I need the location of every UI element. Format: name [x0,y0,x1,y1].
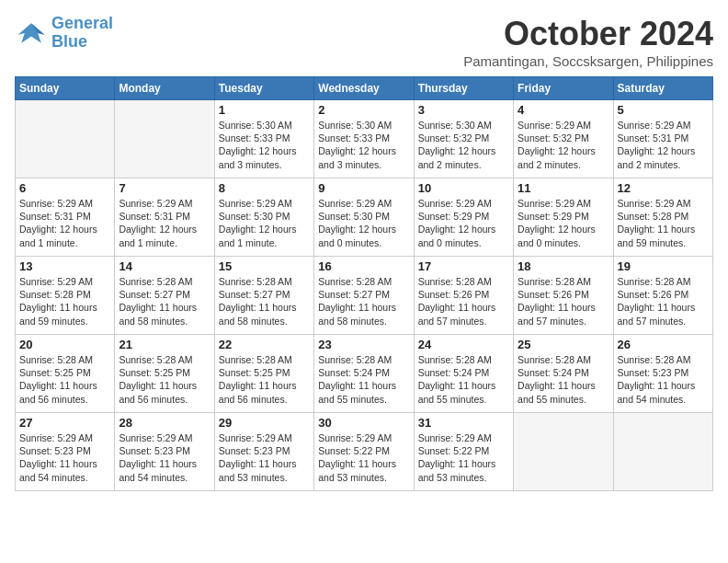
cell-info: Sunrise: 5:29 AM Sunset: 5:29 PM Dayligh… [418,197,509,249]
day-number: 8 [219,181,310,195]
day-number: 13 [19,259,110,273]
week-row-5: 27Sunrise: 5:29 AM Sunset: 5:23 PM Dayli… [16,413,713,491]
cell-info: Sunrise: 5:30 AM Sunset: 5:33 PM Dayligh… [318,119,409,171]
day-number: 30 [318,416,409,430]
calendar-cell: 13Sunrise: 5:29 AM Sunset: 5:28 PM Dayli… [16,257,115,335]
calendar-cell: 3Sunrise: 5:30 AM Sunset: 5:32 PM Daylig… [414,100,513,178]
day-number: 5 [618,103,709,117]
calendar-cell: 19Sunrise: 5:28 AM Sunset: 5:26 PM Dayli… [613,257,712,335]
logo-text: General Blue [51,15,113,52]
calendar-cell: 16Sunrise: 5:28 AM Sunset: 5:27 PM Dayli… [314,257,414,335]
day-number: 10 [418,181,509,195]
cell-info: Sunrise: 5:29 AM Sunset: 5:28 PM Dayligh… [19,275,110,327]
calendar-cell: 12Sunrise: 5:29 AM Sunset: 5:28 PM Dayli… [613,178,712,257]
calendar-cell: 27Sunrise: 5:29 AM Sunset: 5:23 PM Dayli… [16,413,115,491]
month-title: October 2024 [463,15,713,53]
day-number: 20 [19,338,110,351]
calendar-cell: 15Sunrise: 5:28 AM Sunset: 5:27 PM Dayli… [214,257,313,335]
calendar-cell: 30Sunrise: 5:29 AM Sunset: 5:22 PM Dayli… [314,413,414,491]
day-number: 19 [618,259,709,273]
calendar-cell: 22Sunrise: 5:28 AM Sunset: 5:25 PM Dayli… [214,335,313,413]
calendar-cell: 10Sunrise: 5:29 AM Sunset: 5:29 PM Dayli… [414,178,513,257]
calendar-cell: 28Sunrise: 5:29 AM Sunset: 5:23 PM Dayli… [115,413,214,491]
calendar-cell: 8Sunrise: 5:29 AM Sunset: 5:30 PM Daylig… [214,178,313,257]
day-number: 22 [219,338,310,351]
weekday-header-thursday: Thursday [414,77,513,100]
day-number: 9 [318,181,409,195]
day-number: 6 [19,181,110,195]
week-row-4: 20Sunrise: 5:28 AM Sunset: 5:25 PM Dayli… [16,335,713,413]
day-number: 14 [119,259,210,273]
calendar-cell: 11Sunrise: 5:29 AM Sunset: 5:29 PM Dayli… [514,178,613,257]
cell-info: Sunrise: 5:29 AM Sunset: 5:29 PM Dayligh… [518,197,609,249]
location-title: Pamantingan, Soccsksargen, Philippines [463,53,713,69]
day-number: 2 [318,103,409,117]
day-number: 16 [318,259,409,273]
calendar-cell [115,100,214,178]
weekday-header-wednesday: Wednesday [314,77,414,100]
calendar-cell: 23Sunrise: 5:28 AM Sunset: 5:24 PM Dayli… [314,335,414,413]
cell-info: Sunrise: 5:28 AM Sunset: 5:27 PM Dayligh… [318,275,409,327]
cell-info: Sunrise: 5:29 AM Sunset: 5:32 PM Dayligh… [518,119,609,171]
logo-blue: Blue [51,32,87,51]
cell-info: Sunrise: 5:29 AM Sunset: 5:23 PM Dayligh… [19,431,110,484]
week-row-3: 13Sunrise: 5:29 AM Sunset: 5:28 PM Dayli… [16,257,713,335]
cell-info: Sunrise: 5:28 AM Sunset: 5:26 PM Dayligh… [418,275,509,327]
calendar-cell [514,413,613,491]
day-number: 15 [219,259,310,273]
day-number: 1 [219,103,310,117]
cell-info: Sunrise: 5:28 AM Sunset: 5:27 PM Dayligh… [219,275,310,327]
calendar-cell: 7Sunrise: 5:29 AM Sunset: 5:31 PM Daylig… [115,178,214,257]
day-number: 27 [19,416,110,430]
cell-info: Sunrise: 5:28 AM Sunset: 5:27 PM Dayligh… [119,275,210,327]
calendar-cell: 4Sunrise: 5:29 AM Sunset: 5:32 PM Daylig… [514,100,613,178]
day-number: 12 [618,181,709,195]
calendar-cell: 26Sunrise: 5:28 AM Sunset: 5:23 PM Dayli… [613,335,712,413]
calendar-cell: 9Sunrise: 5:29 AM Sunset: 5:30 PM Daylig… [314,178,414,257]
week-row-1: 1Sunrise: 5:30 AM Sunset: 5:33 PM Daylig… [16,100,713,178]
cell-info: Sunrise: 5:29 AM Sunset: 5:22 PM Dayligh… [418,431,509,484]
cell-info: Sunrise: 5:28 AM Sunset: 5:24 PM Dayligh… [518,353,609,406]
weekday-header-row: SundayMondayTuesdayWednesdayThursdayFrid… [16,77,713,100]
cell-info: Sunrise: 5:28 AM Sunset: 5:25 PM Dayligh… [19,353,110,406]
day-number: 11 [518,181,609,195]
cell-info: Sunrise: 5:29 AM Sunset: 5:31 PM Dayligh… [618,119,709,171]
title-block: October 2024 Pamantingan, Soccsksargen, … [463,15,713,69]
logo: General Blue [15,15,113,52]
calendar-cell: 6Sunrise: 5:29 AM Sunset: 5:31 PM Daylig… [16,178,115,257]
cell-info: Sunrise: 5:29 AM Sunset: 5:22 PM Dayligh… [318,431,409,484]
day-number: 3 [418,103,509,117]
day-number: 7 [119,181,210,195]
cell-info: Sunrise: 5:28 AM Sunset: 5:26 PM Dayligh… [618,275,709,327]
cell-info: Sunrise: 5:29 AM Sunset: 5:28 PM Dayligh… [618,197,709,249]
cell-info: Sunrise: 5:29 AM Sunset: 5:23 PM Dayligh… [219,431,310,484]
calendar-cell [16,100,115,178]
calendar-cell: 24Sunrise: 5:28 AM Sunset: 5:24 PM Dayli… [414,335,513,413]
calendar-cell: 1Sunrise: 5:30 AM Sunset: 5:33 PM Daylig… [214,100,313,178]
day-number: 24 [418,338,509,351]
weekday-header-friday: Friday [514,77,613,100]
calendar-table: SundayMondayTuesdayWednesdayThursdayFrid… [15,76,713,491]
calendar-cell: 25Sunrise: 5:28 AM Sunset: 5:24 PM Dayli… [514,335,613,413]
weekday-header-sunday: Sunday [16,77,115,100]
logo-general: General [51,14,113,32]
cell-info: Sunrise: 5:28 AM Sunset: 5:25 PM Dayligh… [119,353,210,406]
calendar-cell: 2Sunrise: 5:30 AM Sunset: 5:33 PM Daylig… [314,100,414,178]
day-number: 21 [119,338,210,351]
day-number: 17 [418,259,509,273]
cell-info: Sunrise: 5:29 AM Sunset: 5:23 PM Dayligh… [119,431,210,484]
week-row-2: 6Sunrise: 5:29 AM Sunset: 5:31 PM Daylig… [16,178,713,257]
weekday-header-monday: Monday [115,77,214,100]
cell-info: Sunrise: 5:28 AM Sunset: 5:23 PM Dayligh… [618,353,709,406]
day-number: 28 [119,416,210,430]
logo-bird-icon [15,19,48,47]
calendar-cell: 5Sunrise: 5:29 AM Sunset: 5:31 PM Daylig… [613,100,712,178]
day-number: 18 [518,259,609,273]
day-number: 25 [518,338,609,351]
cell-info: Sunrise: 5:28 AM Sunset: 5:26 PM Dayligh… [518,275,609,327]
cell-info: Sunrise: 5:29 AM Sunset: 5:31 PM Dayligh… [119,197,210,249]
calendar-cell: 18Sunrise: 5:28 AM Sunset: 5:26 PM Dayli… [514,257,613,335]
cell-info: Sunrise: 5:30 AM Sunset: 5:32 PM Dayligh… [418,119,509,171]
calendar-cell [613,413,712,491]
day-number: 29 [219,416,310,430]
